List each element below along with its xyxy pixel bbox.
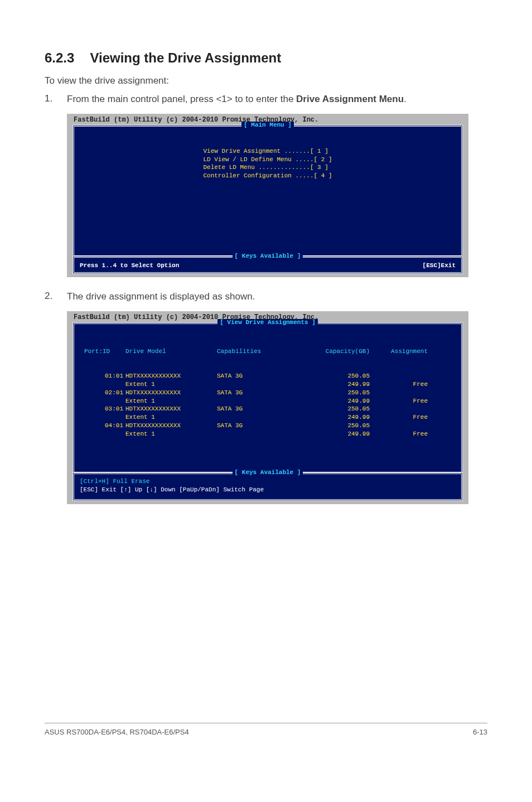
col-assignment: Assignment bbox=[372, 347, 428, 356]
keys-line-2: [ESC] Exit [↑] Up [↓] Down [PaUp/PaDn] S… bbox=[80, 486, 456, 494]
drive-assignment-table: Port:ID Drive Model Capabilities Capacit… bbox=[74, 325, 461, 472]
cell-model: HDTXXXXXXXXXXXX bbox=[125, 389, 215, 397]
keys-available-label-1: [ Keys Available ] bbox=[74, 252, 461, 259]
view-assignments-label-text: [ View Drive Assignments ] bbox=[217, 319, 318, 326]
cell-capacity: 250.05 bbox=[297, 405, 370, 413]
console-2: FastBuild (tm) Utility (c) 2004-2010 Pro… bbox=[67, 311, 468, 504]
section-number: 6.2.3 bbox=[45, 50, 74, 66]
footer-left: ASUS RS700DA-E6/PS4, RS704DA-E6/PS4 bbox=[45, 728, 189, 736]
cell-assignment bbox=[372, 372, 428, 380]
console-1-keys-box: [ Keys Available ] Press 1..4 to Select … bbox=[72, 256, 463, 274]
cell-port: 01:01 bbox=[84, 372, 123, 380]
step-2-body: The drive assignment is displayed as sho… bbox=[67, 291, 487, 303]
menu-item-1: View Drive Assignment .......[ 1 ] bbox=[203, 148, 328, 154]
menu-item-4: Controller Configuration .....[ 4 ] bbox=[203, 172, 332, 179]
cell-capabilities: SATA 3G bbox=[217, 389, 295, 397]
cell-extent-capacity: 249.99 bbox=[297, 430, 370, 438]
table-row: 02:01HDTXXXXXXXXXXXXSATA 3G250.05 bbox=[84, 389, 451, 397]
view-assignments-label: [ View Drive Assignments ] bbox=[74, 318, 461, 325]
col-capabilities: Capabilities bbox=[217, 347, 295, 356]
cell-port: 04:01 bbox=[84, 422, 123, 430]
cell-extent-label: Extent 1 bbox=[125, 430, 215, 438]
section-heading: 6.2.3 Viewing the Drive Assignment bbox=[45, 50, 487, 66]
table-row: 01:01HDTXXXXXXXXXXXXSATA 3G250.05 bbox=[84, 372, 451, 380]
cell-extent-capacity: 249.99 bbox=[297, 397, 370, 405]
menu-item-3: Delete LD Menu ..............[ 3 ] bbox=[203, 164, 328, 171]
step-1-post: . bbox=[404, 94, 407, 104]
cell-extent-assignment: Free bbox=[372, 430, 428, 438]
step-1-body: From the main control panel, press <1> t… bbox=[67, 93, 487, 106]
step-2: 2. The drive assignment is displayed as … bbox=[45, 291, 487, 303]
table-row: 04:01HDTXXXXXXXXXXXXSATA 3G250.05 bbox=[84, 422, 451, 430]
keys-available-label-2: [ Keys Available ] bbox=[74, 468, 461, 475]
keys-body: [Ctrl+H] Full Erase [ESC] Exit [↑] Up [↓… bbox=[74, 475, 461, 499]
cell-extent-label: Extent 1 bbox=[125, 380, 215, 389]
table-row-extent: Extent 1249.99Free bbox=[84, 430, 451, 438]
cell-capabilities: SATA 3G bbox=[217, 372, 295, 380]
cell-assignment bbox=[372, 405, 428, 413]
cell-capacity: 250.05 bbox=[297, 422, 370, 430]
main-menu-label: [ Main Menu ] bbox=[74, 121, 461, 128]
footer-right: 6-13 bbox=[473, 728, 487, 736]
cell-assignment bbox=[372, 422, 428, 430]
console-1: FastBuild (tm) Utility (c) 2004-2010 Pro… bbox=[67, 114, 468, 277]
cell-extent-label: Extent 1 bbox=[125, 413, 215, 422]
col-capacity: Capacity(GB) bbox=[297, 347, 370, 356]
table-row-extent: Extent 1249.99Free bbox=[84, 397, 451, 405]
keys-available-label-1-text: [ Keys Available ] bbox=[233, 253, 303, 259]
console-1-inner: [ Main Menu ] View Drive Assignment ....… bbox=[72, 125, 463, 257]
cell-capabilities: SATA 3G bbox=[217, 422, 295, 430]
table-row-extent: Extent 1249.99Free bbox=[84, 413, 451, 422]
keys-line-1: [Ctrl+H] Full Erase bbox=[80, 477, 456, 486]
cell-extent-label: Extent 1 bbox=[125, 397, 215, 405]
cell-assignment bbox=[372, 389, 428, 397]
cell-port: 03:01 bbox=[84, 405, 123, 413]
step-1-number: 1. bbox=[45, 93, 67, 106]
col-port: Port:ID bbox=[84, 347, 123, 356]
cell-extent-assignment: Free bbox=[372, 397, 428, 405]
table-row-extent: Extent 1249.99Free bbox=[84, 380, 451, 389]
page: 6.2.3 Viewing the Drive Assignment To vi… bbox=[0, 0, 532, 758]
press-text: Press 1..4 to Select Option bbox=[80, 262, 179, 269]
cell-extent-assignment: Free bbox=[372, 380, 428, 389]
intro-text: To view the drive assignment: bbox=[45, 75, 487, 88]
step-1-bold: Drive Assignment Menu bbox=[296, 94, 404, 104]
keys-available-label-2-text: [ Keys Available ] bbox=[233, 469, 303, 476]
cell-capacity: 250.05 bbox=[297, 372, 370, 380]
step-1: 1. From the main control panel, press <1… bbox=[45, 93, 487, 106]
console-2-keys-box: [ Keys Available ] [Ctrl+H] Full Erase [… bbox=[72, 472, 463, 501]
esc-exit-text: [ESC]Exit bbox=[423, 262, 456, 269]
cell-port: 02:01 bbox=[84, 389, 123, 397]
cell-capabilities: SATA 3G bbox=[217, 405, 295, 413]
console-2-inner: [ View Drive Assignments ] Port:ID Drive… bbox=[72, 322, 463, 474]
cell-capacity: 250.05 bbox=[297, 389, 370, 397]
menu-item-2: LD View / LD Define Menu .....[ 2 ] bbox=[203, 156, 332, 163]
cell-model: HDTXXXXXXXXXXXX bbox=[125, 405, 215, 413]
table-header-row: Port:ID Drive Model Capabilities Capacit… bbox=[84, 347, 451, 356]
section-title: Viewing the Drive Assignment bbox=[90, 50, 281, 66]
step-1-pre: From the main control panel, press <1> t… bbox=[67, 94, 296, 104]
col-model: Drive Model bbox=[125, 347, 215, 356]
cell-model: HDTXXXXXXXXXXXX bbox=[125, 372, 215, 380]
press-row: Press 1..4 to Select Option [ESC]Exit bbox=[74, 259, 461, 272]
cell-extent-capacity: 249.99 bbox=[297, 380, 370, 389]
main-menu-label-text: [ Main Menu ] bbox=[241, 122, 294, 128]
cell-extent-assignment: Free bbox=[372, 413, 428, 422]
cell-model: HDTXXXXXXXXXXXX bbox=[125, 422, 215, 430]
cell-extent-capacity: 249.99 bbox=[297, 413, 370, 422]
step-2-number: 2. bbox=[45, 291, 67, 303]
main-menu-list: View Drive Assignment .......[ 1 ] LD Vi… bbox=[74, 128, 461, 255]
table-row: 03:01HDTXXXXXXXXXXXXSATA 3G250.05 bbox=[84, 405, 451, 413]
page-footer: ASUS RS700DA-E6/PS4, RS704DA-E6/PS4 6-13 bbox=[45, 723, 487, 736]
